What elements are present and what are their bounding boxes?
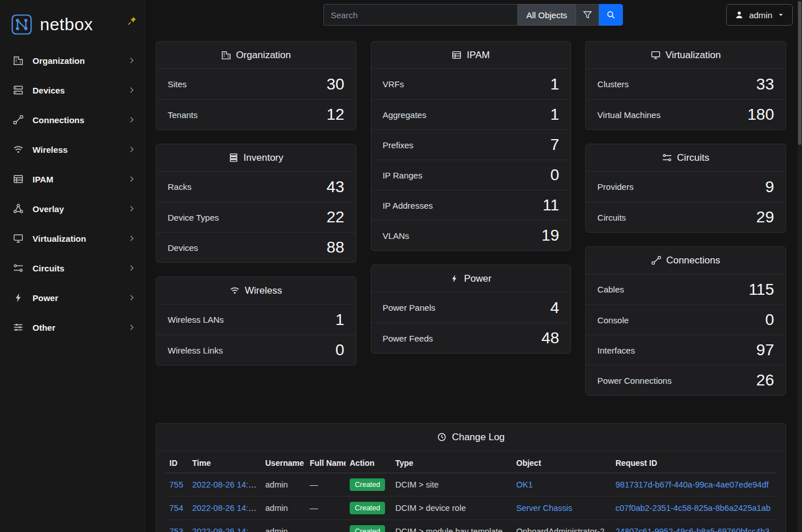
card-header: Wireless [156, 277, 356, 304]
stat-value: 1 [335, 311, 345, 329]
stat-label: Console [597, 315, 629, 325]
card-power: Power Power Panels 4 Power Feeds 48 [371, 265, 572, 354]
monitor-icon [651, 50, 661, 60]
col-header-full-name: Full Name [306, 452, 346, 473]
action-badge: Created [350, 478, 385, 491]
change-time-link[interactable]: 2022-08-26 14:15 [192, 527, 258, 532]
change-id-link[interactable]: 754 [169, 503, 183, 513]
stat-value: 43 [327, 178, 345, 196]
sidebar-item-ipam[interactable]: IPAM [0, 164, 145, 194]
chevron-right-icon [128, 264, 136, 272]
dashboard-column-2: IPAM VRFs 1 Aggregates 1 Prefixes 7 [371, 41, 572, 354]
sidebar-item-label: Devices [33, 86, 128, 95]
stat-value: 9 [765, 178, 774, 196]
cable-icon [651, 255, 661, 265]
change-request-id-link[interactable]: c07f0ab2-2351-4c58-825a-8b6a2425a1ab [615, 503, 771, 513]
change-time-link[interactable]: 2022-08-26 14:22 [192, 480, 258, 489]
server-stack-icon [11, 84, 25, 96]
card-ipam: IPAM VRFs 1 Aggregates 1 Prefixes 7 [371, 41, 572, 251]
card-title: IPAM [467, 50, 489, 61]
sidebar-item-label: IPAM [33, 174, 128, 184]
sidebar-item-virtualization[interactable]: Virtualization [0, 224, 145, 253]
cable-icon [11, 113, 25, 126]
sidebar-item-connections[interactable]: Connections [0, 105, 145, 135]
stat-row: Power Panels 4 [371, 293, 571, 323]
change-type: DCIM > site [391, 473, 512, 497]
topbar-right: admin [623, 4, 793, 26]
change-id-link[interactable]: 753 [169, 527, 183, 532]
sidebar-item-organization[interactable]: Organization [0, 46, 145, 75]
stat-label: Cables [597, 285, 624, 294]
stat-row: Clusters 33 [586, 69, 785, 99]
sidebar-item-overlay[interactable]: Overlay [0, 194, 145, 224]
stat-value: 0 [550, 166, 560, 184]
stat-label: Power Feeds [383, 334, 433, 343]
col-header-object: Object [512, 452, 611, 473]
stat-label: Wireless LANs [168, 315, 224, 324]
sidebar-item-circuits[interactable]: Circuits [0, 253, 145, 283]
filter-button[interactable] [576, 4, 599, 26]
chevron-right-icon [128, 175, 136, 183]
change-time-link[interactable]: 2022-08-26 14:17 [192, 503, 258, 513]
changelog-table: ID Time Username Full Name Action Type O… [165, 452, 776, 532]
stat-row: Device Types 22 [156, 202, 356, 232]
change-object-link[interactable]: Server Chassis [516, 503, 572, 513]
stat-value: 0 [335, 341, 345, 359]
stat-value: 180 [747, 105, 774, 124]
chevron-right-icon [128, 234, 136, 242]
stat-value: 4 [550, 299, 560, 317]
object-scope-button[interactable]: All Objects [517, 4, 577, 26]
stat-row: Cables 115 [586, 274, 785, 304]
search-group: All Objects [323, 4, 623, 26]
stat-label: Power Panels [383, 303, 436, 312]
changelog-header-row: ID Time Username Full Name Action Type O… [165, 452, 776, 473]
user-menu-button[interactable]: admin [726, 4, 793, 26]
stat-label: Circuits [597, 213, 626, 222]
sliders-icon [11, 321, 25, 334]
sidebar-item-label: Virtualization [33, 234, 128, 243]
change-id-link[interactable]: 755 [169, 480, 183, 489]
card-connections: Connections Cables 115 Console 0 Interfa… [585, 246, 786, 396]
sidebar: netbox Organization [0, 0, 145, 532]
table-icon [11, 173, 25, 185]
change-object-link[interactable]: OK1 [516, 480, 533, 489]
scrollbar-thumb[interactable] [798, 1, 801, 145]
stat-label: Virtual Machines [597, 110, 661, 120]
sidebar-item-power[interactable]: Power [0, 283, 145, 312]
change-type: DCIM > module bay template [391, 520, 512, 532]
change-full-name: — [306, 497, 346, 520]
card-title: Virtualization [666, 50, 721, 61]
page-scrollbar[interactable] [797, 0, 802, 532]
sidebar-item-other[interactable]: Other [0, 312, 145, 342]
card-inventory: Inventory Racks 43 Device Types 22 Devic… [156, 144, 357, 263]
person-icon [735, 10, 744, 19]
change-full-name: — [306, 520, 346, 532]
sidebar-item-devices[interactable]: Devices [0, 75, 145, 105]
col-header-username: Username [261, 452, 306, 473]
netbox-logo-icon [9, 12, 34, 37]
wifi-icon [230, 286, 240, 295]
search-input[interactable] [323, 4, 517, 26]
change-request-id-link[interactable]: 24807c61-9952-49c6-b8a5-69760bfcc4b3 [615, 527, 769, 532]
changelog-table-wrap: ID Time Username Full Name Action Type O… [156, 451, 785, 532]
change-username: admin [261, 473, 306, 497]
change-object: OnboardAdministrator-2 [512, 520, 611, 532]
col-header-request-id: Request ID [611, 452, 776, 473]
pin-sidebar-icon[interactable] [127, 16, 137, 26]
stat-row: Prefixes 7 [371, 129, 571, 160]
monitor-icon [11, 232, 25, 245]
stat-label: IP Ranges [383, 170, 423, 180]
building-icon [221, 50, 231, 60]
stat-row: Aggregates 1 [371, 99, 571, 129]
building-icon [11, 54, 25, 67]
action-badge: Created [350, 502, 385, 514]
brand[interactable]: netbox [0, 0, 145, 46]
stat-value: 115 [748, 281, 774, 299]
main-content: All Objects admin [145, 0, 802, 532]
change-request-id-link[interactable]: 9817317d-b67f-440a-99ca-4ae07ede94df [615, 480, 768, 489]
card-header: Inventory [156, 144, 356, 172]
changelog-row: 754 2022-08-26 14:17 admin — Created DCI… [165, 497, 776, 520]
sidebar-item-wireless[interactable]: Wireless [0, 135, 145, 164]
search-button[interactable] [599, 4, 623, 26]
table-icon [452, 50, 461, 60]
